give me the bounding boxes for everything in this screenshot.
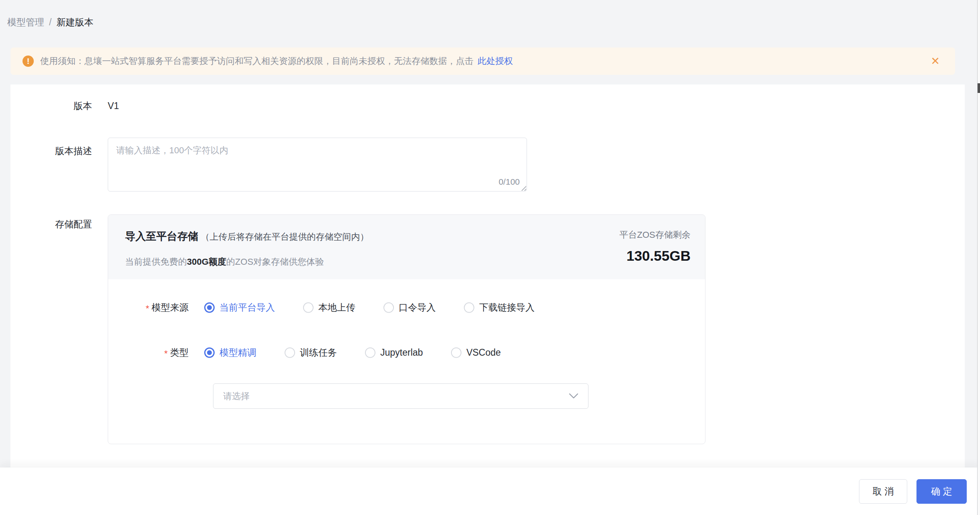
storage-card-title-note: （上传后将存储在平台提供的存储空间内） xyxy=(201,232,369,242)
scrollbar-track[interactable] xyxy=(977,0,980,515)
exclamation-circle-icon: ! xyxy=(23,56,34,67)
storage-card-title: 导入至平台存储 xyxy=(125,230,198,242)
radio-icon xyxy=(464,302,474,313)
zos-remaining-value: 130.55GB xyxy=(626,248,691,264)
storage-config-label: 存储配置 xyxy=(10,218,92,231)
model-source-label: 模型来源 xyxy=(152,302,189,313)
type-options: 模型精调 训练任务 Jupyterlab VSCode xyxy=(204,346,501,359)
breadcrumb-current: 新建版本 xyxy=(56,16,93,29)
radio-option-model-finetune[interactable]: 模型精调 xyxy=(204,346,256,359)
notice-banner: ! 使用须知：息壤一站式智算服务平台需要授予访问和写入相关资源的权限，目前尚未授… xyxy=(10,47,955,75)
radio-option-download-link-import[interactable]: 下载链接导入 xyxy=(464,301,535,314)
authorize-link[interactable]: 此处授权 xyxy=(478,55,513,67)
version-value: V1 xyxy=(108,101,119,111)
close-icon[interactable]: ✕ xyxy=(931,56,940,67)
radio-option-vscode[interactable]: VSCode xyxy=(451,347,501,358)
model-source-label-box: *模型来源 xyxy=(108,301,189,314)
breadcrumb: 模型管理 / 新建版本 xyxy=(7,16,93,29)
resize-handle-icon[interactable] xyxy=(520,184,526,191)
select-placeholder: 请选择 xyxy=(223,390,250,402)
free-quota-text: 300G额度 xyxy=(187,257,226,267)
footer-action-bar: 取 消 确 定 xyxy=(0,468,980,515)
storage-card: 导入至平台存储 （上传后将存储在平台提供的存储空间内） 当前提供免费的300G额… xyxy=(108,214,705,444)
version-label: 版本 xyxy=(10,100,92,112)
radio-icon xyxy=(383,302,394,313)
description-field: 0/100 xyxy=(108,138,527,192)
main-panel: 版本 V1 版本描述 0/100 存储配置 导入至平台存储 （上传后将存储在平台… xyxy=(10,84,965,468)
radio-option-current-platform-import[interactable]: 当前平台导入 xyxy=(204,301,275,314)
radio-option-jupyterlab[interactable]: Jupyterlab xyxy=(365,347,423,358)
cancel-button[interactable]: 取 消 xyxy=(859,479,907,504)
radio-icon xyxy=(451,347,461,358)
zos-remaining-label: 平台ZOS存储剩余 xyxy=(619,229,691,241)
model-select[interactable]: 请选择 xyxy=(213,383,588,409)
description-textarea[interactable] xyxy=(108,138,527,192)
storage-card-subtitle: 当前提供免费的300G额度的ZOS对象存储供您体验 xyxy=(125,256,324,268)
required-asterisk: * xyxy=(146,303,149,313)
storage-card-title-line: 导入至平台存储 （上传后将存储在平台提供的存储空间内） xyxy=(125,229,369,243)
chevron-down-icon xyxy=(569,393,578,399)
type-row: *类型 模型精调 训练任务 Jupyterlab VSCode xyxy=(108,346,705,359)
radio-icon xyxy=(204,302,215,313)
radio-icon xyxy=(204,347,215,358)
banner-message: 使用须知：息壤一站式智算服务平台需要授予访问和写入相关资源的权限，目前尚未授权，… xyxy=(40,55,474,67)
model-source-options: 当前平台导入 本地上传 口令导入 下载链接导入 xyxy=(204,301,535,314)
type-label: 类型 xyxy=(170,347,189,358)
radio-icon xyxy=(303,302,314,313)
storage-card-header: 导入至平台存储 （上传后将存储在平台提供的存储空间内） 当前提供免费的300G额… xyxy=(108,215,705,279)
radio-option-token-import[interactable]: 口令导入 xyxy=(383,301,436,314)
char-counter: 0/100 xyxy=(498,177,520,187)
radio-option-training-task[interactable]: 训练任务 xyxy=(285,346,337,359)
scrollbar-thumb[interactable] xyxy=(978,83,980,93)
model-source-row: *模型来源 当前平台导入 本地上传 口令导入 下载链接导入 xyxy=(108,301,705,314)
breadcrumb-separator: / xyxy=(49,17,51,28)
required-asterisk: * xyxy=(164,348,168,358)
description-label: 版本描述 xyxy=(10,145,92,157)
radio-option-local-upload[interactable]: 本地上传 xyxy=(303,301,355,314)
breadcrumb-parent-link[interactable]: 模型管理 xyxy=(7,16,44,29)
confirm-button[interactable]: 确 定 xyxy=(916,479,967,504)
radio-icon xyxy=(285,347,295,358)
radio-icon xyxy=(365,347,375,358)
type-label-box: *类型 xyxy=(108,346,189,359)
